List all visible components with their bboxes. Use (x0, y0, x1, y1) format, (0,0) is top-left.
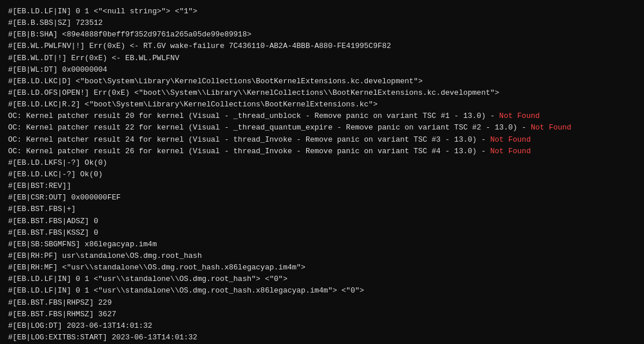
terminal-line: OC: Kernel patcher result 26 for kernel … (8, 146, 636, 157)
terminal-line: #[EB|B:SHA] <89e4888f0beff9f352d9761a265… (8, 29, 636, 40)
terminal-line: #[EB.LD.OFS|OPEN!] Err(0xE) <"boot\\Syst… (8, 87, 636, 99)
terminal-line: #[EB.BST.FBS|KSSZ] 0 (8, 227, 636, 239)
terminal-line: #[EB|LOG:EXITBS:START] 2023-06-13T14:01:… (8, 332, 636, 343)
not-found-label: Not Found (490, 135, 531, 144)
terminal-line: #[EB|RH:PF] usr\standalone\OS.dmg.root_h… (8, 250, 636, 262)
terminal-window: #[EB.LD.LF|IN] 0 1 <"<null string>"> <"1… (0, 0, 644, 344)
not-found-label: Not Found (531, 123, 571, 132)
terminal-line: #[EB.BST.FBS|+] (8, 204, 636, 215)
terminal-line: #[EB.LD.LF|IN] 0 1 <"usr\\standalone\\OS… (8, 273, 636, 285)
terminal-line: #[EB|BST:REV]] (8, 180, 636, 192)
terminal-line: #[EB.WL.DT|!] Err(0xE) <- EB.WL.PWLFNV (8, 53, 636, 64)
terminal-line: #[EB.LD.LF|IN] 0 1 <"<null string>"> <"1… (8, 6, 636, 17)
terminal-line: #[EB.WL.PWLFNV|!] Err(0xE) <- RT.GV wake… (8, 40, 636, 52)
terminal-line: #[EB.B.SBS|SZ] 723512 (8, 17, 636, 29)
terminal-line: #[EB|SB:SBGMFNS] x86legacyap.im4m (8, 239, 636, 250)
terminal-line: #[EB.BST.FBS|RHMSZ] 3627 (8, 309, 636, 320)
terminal-line: #[EB|CSR:OUT] 0x000000FEF (8, 192, 636, 204)
terminal-line: OC: Kernel patcher result 24 for kernel … (8, 134, 636, 146)
terminal-line: #[EB.LD.LF|IN] 0 1 <"usr\\standalone\\OS… (8, 285, 636, 297)
terminal-line: #[EB.BST.FBS|RHPSZ] 229 (8, 297, 636, 309)
not-found-label: Not Found (490, 147, 531, 156)
terminal-line: #[EB.LD.LKFS|-?] Ok(0) (8, 157, 636, 169)
not-found-label: Not Found (499, 112, 539, 120)
terminal-line: #[EB.LD.LKC|R.2] <"boot\System\Library\K… (8, 99, 636, 110)
terminal-line: #[EB.LD.LKC|D] <"boot\System\Library\Ker… (8, 76, 636, 87)
terminal-line: #[EB|LOG:DT] 2023-06-13T14:01:32 (8, 320, 636, 332)
terminal-line: OC: Kernel patcher result 22 for kernel … (8, 122, 636, 134)
terminal-line: #[EB|RH:MF] <"usr\\standalone\\OS.dmg.ro… (8, 262, 636, 273)
terminal-line: OC: Kernel patcher result 20 for kernel … (8, 110, 636, 122)
terminal-line: #[EB.LD.LKC|-?] Ok(0) (8, 169, 636, 180)
terminal-line: #[EB|WL:DT] 0x00000004 (8, 64, 636, 76)
terminal-line: #[EB.BST.FBS|ADSZ] 0 (8, 216, 636, 227)
